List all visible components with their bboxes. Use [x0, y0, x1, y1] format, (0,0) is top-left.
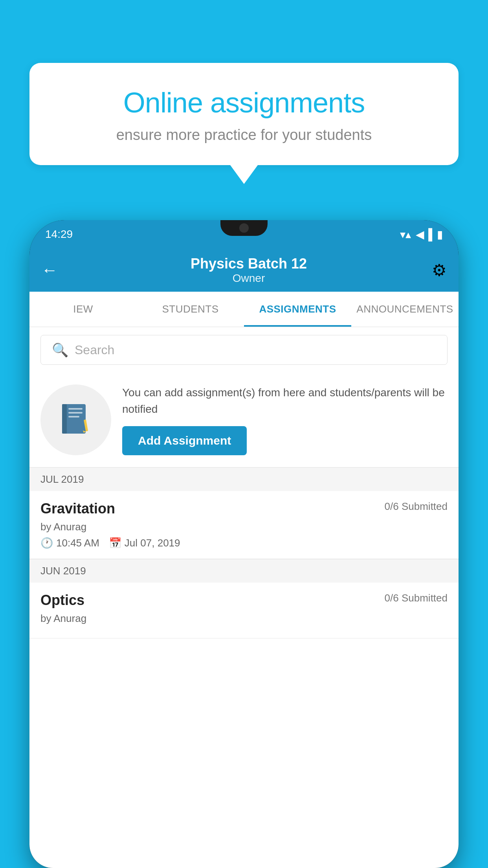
assignment-date-gravitation: 📅 Jul 07, 2019 — [109, 537, 180, 549]
back-button[interactable]: ← — [41, 262, 58, 278]
promo-icon-circle — [40, 384, 111, 455]
promo-section: You can add assignment(s) from here and … — [29, 373, 459, 467]
svg-rect-3 — [68, 412, 83, 414]
status-icons: ▾▴ ◀▐ ▮ — [400, 228, 443, 241]
app-bar-title-area: Physics Batch 12 Owner — [66, 256, 432, 285]
search-bar-container: 🔍 Search — [29, 327, 459, 373]
tabs-bar: IEW STUDENTS ASSIGNMENTS ANNOUNCEMENTS — [29, 292, 459, 327]
assignment-name-gravitation: Gravitation — [40, 500, 115, 517]
add-assignment-button[interactable]: Add Assignment — [122, 426, 247, 455]
settings-icon[interactable]: ⚙ — [432, 261, 447, 280]
assignment-by-optics: by Anurag — [40, 612, 448, 625]
assignment-item-gravitation[interactable]: Gravitation 0/6 Submitted by Anurag 🕐 10… — [29, 491, 459, 559]
battery-icon: ▮ — [437, 228, 443, 241]
tab-assignments[interactable]: ASSIGNMENTS — [244, 292, 351, 327]
bubble-title: Online assignments — [57, 86, 431, 119]
assignment-submitted-optics: 0/6 Submitted — [385, 592, 448, 604]
assignment-header-gravitation: Gravitation 0/6 Submitted — [40, 500, 448, 517]
search-placeholder: Search — [75, 343, 114, 357]
speech-bubble-container: Online assignments ensure more practice … — [29, 63, 459, 165]
svg-rect-2 — [68, 408, 83, 410]
svg-rect-1 — [62, 404, 67, 434]
assignment-name-optics: Optics — [40, 592, 84, 609]
batch-title: Physics Batch 12 — [66, 256, 432, 272]
speech-bubble: Online assignments ensure more practice … — [29, 63, 459, 165]
phone-frame: 14:29 ▾▴ ◀▐ ▮ ← Physics Batch 12 Owner ⚙… — [29, 220, 459, 868]
assignment-submitted-gravitation: 0/6 Submitted — [385, 500, 448, 513]
camera-notch — [239, 223, 249, 233]
section-header-jun: JUN 2019 — [29, 559, 459, 583]
svg-rect-4 — [68, 416, 79, 417]
tab-iew[interactable]: IEW — [29, 292, 137, 327]
calendar-icon: 📅 — [109, 537, 121, 549]
search-bar[interactable]: 🔍 Search — [40, 335, 448, 365]
assignment-header-optics: Optics 0/6 Submitted — [40, 592, 448, 609]
promo-text-area: You can add assignment(s) from here and … — [122, 384, 448, 455]
screen-content: 🔍 Search You can add assignment(s) from … — [29, 327, 459, 868]
assignment-item-optics[interactable]: Optics 0/6 Submitted by Anurag — [29, 583, 459, 638]
assignment-by-gravitation: by Anurag — [40, 521, 448, 533]
clock-icon: 🕐 — [40, 537, 53, 549]
status-time: 14:29 — [45, 228, 73, 241]
app-bar: ← Physics Batch 12 Owner ⚙ — [29, 248, 459, 292]
assignment-time-gravitation: 🕐 10:45 AM — [40, 537, 99, 549]
signal-icon: ◀▐ — [416, 228, 432, 241]
notebook-icon — [58, 402, 94, 438]
search-icon: 🔍 — [52, 342, 68, 358]
bubble-subtitle: ensure more practice for your students — [57, 127, 431, 143]
promo-description: You can add assignment(s) from here and … — [122, 384, 448, 417]
tab-students[interactable]: STUDENTS — [137, 292, 244, 327]
batch-subtitle: Owner — [66, 272, 432, 285]
tab-announcements[interactable]: ANNOUNCEMENTS — [351, 292, 459, 327]
wifi-icon: ▾▴ — [400, 228, 411, 241]
notch — [220, 220, 268, 236]
assignment-meta-gravitation: 🕐 10:45 AM 📅 Jul 07, 2019 — [40, 537, 448, 549]
section-header-jul: JUL 2019 — [29, 467, 459, 491]
